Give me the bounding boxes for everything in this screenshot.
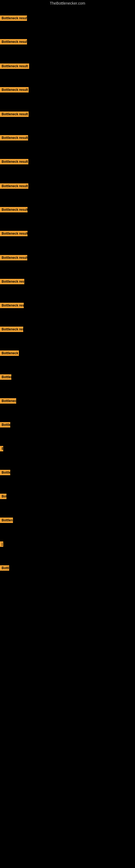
bottleneck-result-badge: Bottlen: [0, 518, 13, 523]
bottleneck-result-badge: Bottleneck result: [0, 231, 28, 236]
bottleneck-result-badge: Bottleneck: [0, 398, 16, 404]
bottleneck-result-badge: Bottleneck result: [0, 39, 27, 44]
bottleneck-result-badge: Bottleneck result: [0, 16, 27, 21]
bottleneck-result-badge: Bottleneck result: [0, 87, 29, 93]
bottleneck-result-badge: Bottleneck result: [0, 183, 28, 189]
bottleneck-result-badge: Bottleneck r: [0, 350, 19, 356]
bottleneck-result-badge: Bottl: [0, 565, 9, 571]
bottleneck-result-badge: Bottleneck result: [0, 207, 28, 212]
bottleneck-result-badge: Bottleneck resu: [0, 327, 23, 332]
bottleneck-result-badge: Bottle: [0, 470, 10, 475]
bottleneck-result-badge: Bottleneck result: [0, 63, 29, 69]
bottleneck-result-badge: Bottleneck result: [0, 159, 28, 164]
bottleneck-result-badge: Bottleneck result: [0, 135, 28, 141]
bottleneck-result-badge: Bottleneck resu: [0, 279, 24, 284]
bottleneck-result-badge: Bottleneck result: [0, 112, 29, 117]
bottleneck-result-badge: Bot: [0, 494, 6, 499]
bottleneck-result-badge: B: [0, 446, 3, 452]
bottleneck-result-badge: Bottleneck result: [0, 255, 27, 260]
bottleneck-result-badge: Bottler: [0, 374, 11, 380]
bottleneck-result-badge: Bottleneck resu: [0, 303, 24, 308]
bottleneck-result-badge: |: [0, 541, 3, 547]
bottleneck-result-badge: Bottle: [0, 422, 10, 428]
